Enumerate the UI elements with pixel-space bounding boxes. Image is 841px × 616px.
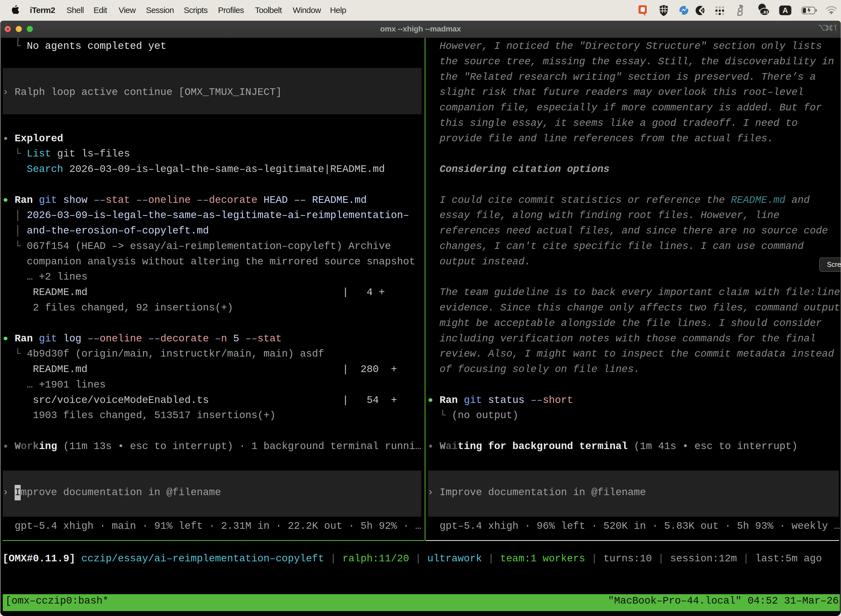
svg-text:..61: ..61 — [761, 10, 768, 14]
